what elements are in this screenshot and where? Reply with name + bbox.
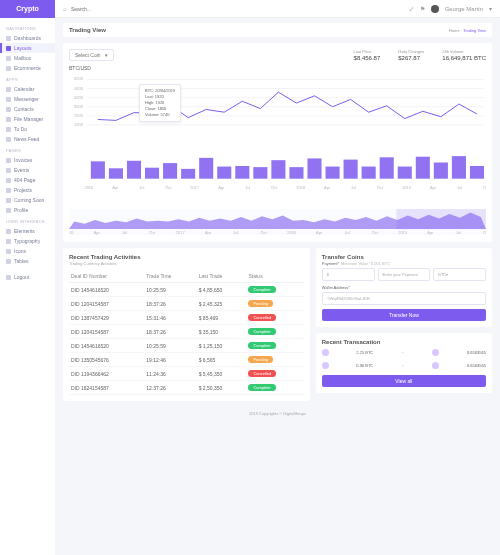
sidebar-item-profile[interactable]: Profile <box>0 205 55 215</box>
sidebar-item-contacts[interactable]: Contacts <box>0 104 55 114</box>
wallet-input[interactable]: ✎ WqrRfd25WctGaLJKH <box>322 292 486 305</box>
status-badge: Complete <box>248 384 275 391</box>
svg-text:Oct: Oct <box>149 230 156 235</box>
table-row[interactable]: DID 182415458712:37:26$ 2,50,350Complete <box>69 381 304 395</box>
svg-text:2016: 2016 <box>69 230 74 235</box>
amount-input[interactable]: Enter your Payment <box>378 268 431 281</box>
svg-rect-31 <box>416 157 430 179</box>
avatar <box>322 349 329 356</box>
sidebar-item-calendar[interactable]: Calendar <box>0 84 55 94</box>
svg-text:Oct: Oct <box>271 185 278 190</box>
svg-text:Apr: Apr <box>316 230 323 235</box>
select-coin-dropdown[interactable]: Select Coin▾ <box>69 49 114 61</box>
brand-logo[interactable]: Crypto <box>0 0 55 18</box>
svg-text:Jul: Jul <box>233 230 238 235</box>
chart-tooltip: BTC: 20/04/2019 Last: 1920 High: 1920 Cl… <box>139 84 181 122</box>
nav-icon <box>6 249 11 254</box>
svg-rect-27 <box>344 160 358 179</box>
sidebar-item-404-page[interactable]: 404 Page <box>0 175 55 185</box>
svg-rect-14 <box>109 168 123 178</box>
logout-icon <box>6 275 11 280</box>
sidebar-item-file-manager[interactable]: File Manager <box>0 114 55 124</box>
nav-icon <box>6 239 11 244</box>
sidebar-logout[interactable]: Logout <box>0 272 55 282</box>
expand-icon[interactable]: ⤢ <box>409 5 414 12</box>
sidebar-item-typography[interactable]: Typography <box>0 236 55 246</box>
notification-icon[interactable]: ⚑ <box>420 5 425 12</box>
svg-rect-28 <box>362 167 376 179</box>
table-row[interactable]: DID 138745742915:31:46$ 85,469Cancelled <box>69 311 304 325</box>
svg-rect-25 <box>307 158 321 178</box>
svg-text:2018: 2018 <box>296 185 306 190</box>
range-selector[interactable]: 2016AprJulOct2017AprJulOct2018AprJulOct2… <box>69 209 486 235</box>
sidebar-item-messenger[interactable]: Messenger <box>0 94 55 104</box>
sidebar-item-projects[interactable]: Projects <box>0 185 55 195</box>
table-row[interactable]: DID 145461652010:25:59$ 4,85,650Complete <box>69 283 304 297</box>
svg-rect-17 <box>163 163 177 179</box>
svg-text:Jul: Jul <box>351 185 356 190</box>
nav-icon <box>6 36 11 41</box>
nav-icon <box>6 127 11 132</box>
chevron-down-icon[interactable]: ▾ <box>489 5 492 12</box>
sidebar-item-icons[interactable]: Icons <box>0 246 55 256</box>
svg-text:Oct: Oct <box>165 185 172 190</box>
sidebar-item-events[interactable]: Events <box>0 165 55 175</box>
search-input[interactable] <box>71 6 131 12</box>
footer: 2019 Copyrights © DigitalHeaps <box>63 407 492 420</box>
table-row[interactable]: DID 145461652010:25:59$ 1,25,150Complete <box>69 339 304 353</box>
svg-text:5000: 5000 <box>74 86 84 91</box>
sidebar-item-ecommerce[interactable]: Ecommerce <box>0 63 55 73</box>
svg-text:2019: 2019 <box>402 185 412 190</box>
avatar <box>322 362 329 369</box>
svg-rect-22 <box>253 167 267 179</box>
svg-rect-33 <box>452 156 466 179</box>
user-name[interactable]: George Martin <box>445 6 483 12</box>
sidebar: NAVIGATIONSDashboardsLayoutsMailboxEcomm… <box>0 18 55 555</box>
svg-text:Oct: Oct <box>483 230 486 235</box>
sidebar-item-layouts[interactable]: Layouts <box>0 43 55 53</box>
transfer-button[interactable]: Transfer Now <box>322 309 486 321</box>
page-title: Trading View <box>69 27 106 33</box>
svg-text:3000: 3000 <box>74 104 84 109</box>
table-row[interactable]: DID 120415458718:37:26$ 35,150Complete <box>69 325 304 339</box>
svg-text:Jul: Jul <box>122 230 127 235</box>
svg-rect-13 <box>91 161 105 178</box>
svg-rect-32 <box>434 162 448 178</box>
view-all-button[interactable]: View all <box>322 375 486 387</box>
transfer-title: Transfer Coins <box>322 254 486 260</box>
svg-text:Apr: Apr <box>112 185 119 190</box>
activities-card: Recent Trading Activities Trading Curren… <box>63 248 310 401</box>
sidebar-item-tables[interactable]: Tables <box>0 256 55 266</box>
transactions-title: Recent Transacation <box>322 339 486 345</box>
nav-icon <box>6 87 11 92</box>
chevron-down-icon: ▾ <box>105 52 108 58</box>
svg-text:2017: 2017 <box>176 230 185 235</box>
svg-text:Apr: Apr <box>324 185 331 190</box>
svg-text:2017: 2017 <box>190 185 199 190</box>
svg-rect-16 <box>145 168 159 179</box>
sidebar-item-to-do[interactable]: To Do <box>0 124 55 134</box>
activities-subtitle: Trading Currency Activities <box>69 261 304 266</box>
table-row[interactable]: DID 119436646211:24:36$ 5,45,350Cancelle… <box>69 367 304 381</box>
price-chart[interactable]: 1000200030004000500060002016AprJulOct201… <box>69 74 486 204</box>
svg-text:Oct: Oct <box>377 185 384 190</box>
transaction-row: 2.25 BTC→0.6563565 <box>322 346 486 359</box>
col-header: Trade Time <box>144 270 196 283</box>
nav-icon <box>6 137 11 142</box>
sidebar-item-news-feed[interactable]: News Feed <box>0 134 55 144</box>
table-row[interactable]: DID 135054567619:12:46$ 6,565Pending <box>69 353 304 367</box>
sidebar-item-dashboards[interactable]: Dashboards <box>0 33 55 43</box>
avatar[interactable] <box>431 5 439 13</box>
svg-text:Apr: Apr <box>205 230 212 235</box>
sidebar-item-invoices[interactable]: Invoices <box>0 155 55 165</box>
svg-rect-34 <box>470 166 484 179</box>
sidebar-item-elements[interactable]: Elements <box>0 226 55 236</box>
table-row[interactable]: DID 120415458718:37:26$ 2,45,325Pending <box>69 297 304 311</box>
status-badge: Pending <box>248 300 273 307</box>
svg-text:Apr: Apr <box>94 230 101 235</box>
sidebar-item-coming-soon[interactable]: Coming Soon <box>0 195 55 205</box>
status-badge: Cancelled <box>248 314 276 321</box>
sidebar-item-mailbox[interactable]: Mailbox <box>0 53 55 63</box>
svg-text:Jul: Jul <box>457 185 462 190</box>
currency-select[interactable]: BTC ▾ <box>433 268 486 281</box>
